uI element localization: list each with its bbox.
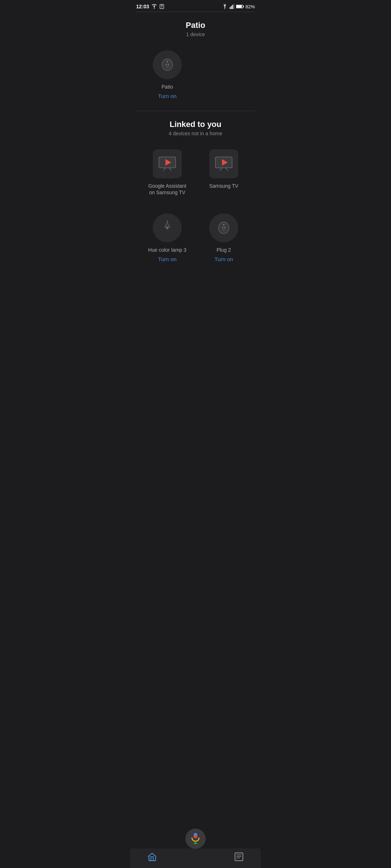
device-patio-plug[interactable]: Patio Turn on <box>139 44 196 108</box>
status-icon-1 <box>151 4 157 9</box>
signal-icon <box>230 4 235 9</box>
svg-rect-5 <box>230 7 231 9</box>
svg-rect-11 <box>243 6 244 7</box>
plug-2-icon-wrap <box>209 213 238 242</box>
status-time: 12:03 <box>136 4 149 9</box>
svg-point-4 <box>224 8 225 9</box>
svg-point-3 <box>161 7 162 7</box>
hue-lamp-turn-on-button[interactable]: Turn on <box>158 256 176 262</box>
svg-rect-7 <box>232 5 233 9</box>
svg-point-28 <box>223 224 224 225</box>
wifi-icon <box>222 4 228 9</box>
battery-percent: 82% <box>245 4 255 9</box>
device-samsung-tv[interactable]: Samsung TV <box>196 144 252 207</box>
svg-line-18 <box>169 168 171 171</box>
patio-plug-icon-wrap <box>153 50 182 79</box>
svg-rect-8 <box>234 4 234 9</box>
device-plug-2[interactable]: Plug 2 Turn on <box>196 208 252 271</box>
svg-point-26 <box>167 220 168 221</box>
svg-rect-30 <box>224 227 225 229</box>
svg-line-21 <box>220 168 222 171</box>
patio-device-grid: Patio Turn on <box>130 44 261 108</box>
patio-subtitle: 1 device <box>130 31 261 37</box>
status-right: 82% <box>222 4 255 9</box>
status-bar: 12:03 <box>130 0 261 12</box>
patio-section: Patio 1 device Patio Turn on <box>130 12 261 108</box>
svg-line-17 <box>163 168 165 171</box>
svg-rect-6 <box>231 6 232 9</box>
svg-point-12 <box>162 59 172 71</box>
svg-rect-10 <box>236 5 242 8</box>
svg-point-0 <box>154 5 155 7</box>
lamp-icon <box>159 220 175 236</box>
svg-rect-29 <box>222 227 223 229</box>
google-samsung-tv-name: Google Assistant on Samsung TV <box>148 183 186 196</box>
plug-icon <box>159 57 175 73</box>
device-hue-lamp[interactable]: Hue color lamp 3 Turn on <box>139 208 196 271</box>
hue-lamp-name: Hue color lamp 3 <box>148 247 186 253</box>
svg-rect-2 <box>161 5 163 6</box>
samsung-tv-name: Samsung TV <box>209 183 239 189</box>
patio-title: Patio <box>130 21 261 30</box>
google-samsung-tv-icon-wrap <box>153 149 182 178</box>
svg-line-22 <box>226 168 228 171</box>
tv-icon-2 <box>214 156 234 171</box>
plug-2-name: Plug 2 <box>216 247 231 253</box>
status-left: 12:03 <box>136 4 164 9</box>
tv-icon-1 <box>157 156 177 171</box>
patio-plug-name: Patio <box>161 84 173 90</box>
svg-point-13 <box>167 61 168 62</box>
svg-rect-15 <box>168 64 169 65</box>
device-google-samsung-tv[interactable]: Google Assistant on Samsung TV <box>139 144 196 207</box>
plug-2-turn-on-button[interactable]: Turn on <box>214 256 233 262</box>
linked-device-grid: Google Assistant on Samsung TV Samsung T… <box>130 144 261 271</box>
samsung-tv-icon-wrap <box>209 149 238 178</box>
battery-icon <box>236 4 244 9</box>
status-icon-2 <box>159 4 164 9</box>
svg-point-27 <box>218 222 229 233</box>
linked-title: Linked to you <box>130 120 261 129</box>
linked-subtitle: 4 devices not in a home <box>130 131 261 136</box>
patio-turn-on-button[interactable]: Turn on <box>158 93 176 99</box>
hue-lamp-icon-wrap <box>153 213 182 242</box>
svg-rect-14 <box>166 64 167 65</box>
svg-rect-24 <box>166 227 168 229</box>
linked-section: Linked to you 4 devices not in a home Go… <box>130 111 261 271</box>
plug-2-icon <box>216 220 232 236</box>
